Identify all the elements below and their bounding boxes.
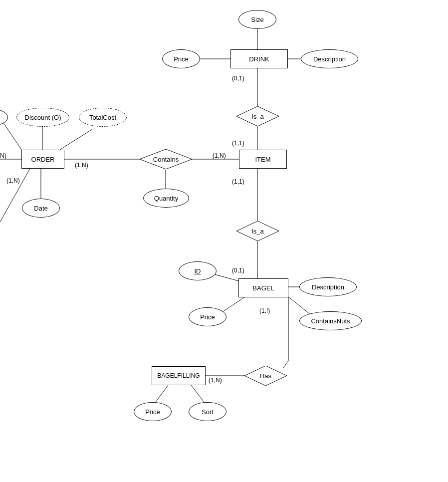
attr-description-drink: Description xyxy=(301,49,358,68)
card-bagel-has: (1,!) xyxy=(259,307,270,314)
entity-drink-label: DRINK xyxy=(249,55,269,63)
svg-line-23 xyxy=(154,385,168,405)
rel-isa-top-label: Is_a xyxy=(251,113,264,120)
entity-bagel-label: BAGEL xyxy=(252,284,274,292)
entity-drink: DRINK xyxy=(230,49,288,68)
rel-isa-top: Is_a xyxy=(236,106,279,126)
rel-has-label: Has xyxy=(260,372,271,380)
entity-bagelfilling: BAGELFILLING xyxy=(152,366,206,385)
attr-id-label: ID xyxy=(195,267,201,275)
rel-contains-label: Contains xyxy=(153,156,179,163)
attr-description-bagel-label: Description xyxy=(312,283,344,291)
attr-price-filling-label: Price xyxy=(145,408,160,416)
attr-price-filling: Price xyxy=(134,402,172,421)
card-item-isa-top: (1,1) xyxy=(232,140,244,147)
attr-sort-label: Sort xyxy=(202,408,214,416)
card-item-isa-bottom: (1,1) xyxy=(232,178,244,185)
rel-contains: Contains xyxy=(140,149,192,169)
card-drink-isa: (0,1) xyxy=(232,75,244,82)
entity-item: ITEM xyxy=(239,150,287,169)
entity-bagel: BAGEL xyxy=(238,278,288,297)
attr-discount: Discount (O) xyxy=(16,108,69,127)
attr-price-bagel-label: Price xyxy=(200,313,215,321)
svg-line-7 xyxy=(60,129,92,150)
attr-containsnuts: ContainsNuts xyxy=(299,311,362,330)
attr-price-bagel: Price xyxy=(189,307,226,326)
card-order-left: N) xyxy=(0,152,6,159)
attr-size: Size xyxy=(238,10,276,29)
attr-date: Date xyxy=(22,199,60,218)
card-bagel-isa: (0,1) xyxy=(232,267,244,274)
entity-item-label: ITEM xyxy=(255,156,270,163)
svg-line-16 xyxy=(213,274,238,281)
card-order-contains: (1,N) xyxy=(75,162,88,169)
attr-containsnuts-label: ContainsNuts xyxy=(311,317,350,325)
rel-isa-bottom: Is_a xyxy=(236,221,279,241)
attr-price-drink: Price xyxy=(162,49,200,68)
rel-has: Has xyxy=(244,366,287,386)
attr-id: ID xyxy=(179,261,217,280)
attr-quantity-label: Quantity xyxy=(154,195,178,202)
entity-order-label: ORDER xyxy=(31,156,55,163)
entity-bagelfilling-label: BAGELFILLING xyxy=(157,372,200,379)
rel-isa-bottom-label: Is_a xyxy=(251,228,264,235)
entity-order: ORDER xyxy=(21,150,64,169)
attr-date-label: Date xyxy=(34,205,47,212)
attr-price-drink-label: Price xyxy=(174,55,189,63)
attr-description-drink-label: Description xyxy=(313,55,346,63)
card-order-below: (1,N) xyxy=(6,177,20,184)
attr-size-label: Size xyxy=(251,16,263,23)
card-item-contains: (1,N) xyxy=(213,152,226,159)
attr-totalcost: TotalCost xyxy=(79,108,127,127)
attr-discount-label: Discount (O) xyxy=(25,114,61,121)
attr-description-bagel: Description xyxy=(299,277,357,296)
attr-totalcost-label: TotalCost xyxy=(89,114,116,121)
svg-line-24 xyxy=(191,385,206,405)
attr-quantity: Quantity xyxy=(143,189,189,208)
attr-sort: Sort xyxy=(189,402,226,421)
card-filling-has: (1,N) xyxy=(209,377,222,384)
